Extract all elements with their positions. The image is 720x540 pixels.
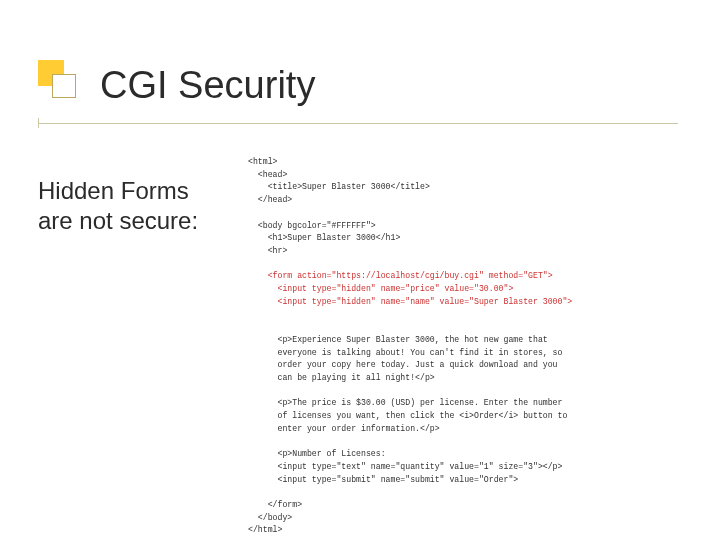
title-underline	[38, 123, 678, 124]
code-line: <p>Number of Licenses:	[248, 449, 386, 458]
code-line-highlight: <input type="hidden" name="name" value="…	[248, 297, 572, 306]
code-line: <hr>	[248, 246, 287, 255]
title-underline-tick	[38, 118, 39, 128]
code-line: </html>	[248, 525, 282, 534]
code-example: <html> <head> <title>Super Blaster 3000<…	[248, 156, 708, 537]
code-line: </head>	[248, 195, 292, 204]
code-line: </form>	[248, 500, 302, 509]
code-line: <p>Experience Super Blaster 3000, the ho…	[248, 335, 548, 344]
slide-title: CGI Security	[100, 64, 315, 107]
code-line: <title>Super Blaster 3000</title>	[248, 182, 430, 191]
code-line-highlight: <input type="hidden" name="price" value=…	[248, 284, 513, 293]
code-line: <h1>Super Blaster 3000</h1>	[248, 233, 400, 242]
code-line: <head>	[248, 170, 287, 179]
code-line: enter your order information.</p>	[248, 424, 440, 433]
code-line: </body>	[248, 513, 292, 522]
code-line: <html>	[248, 157, 277, 166]
code-line: can be playing it all night!</p>	[248, 373, 435, 382]
code-line: <input type="text" name="quantity" value…	[248, 462, 562, 471]
slide: CGI Security Hidden Forms are not secure…	[0, 0, 720, 540]
code-line: <body bgcolor="#FFFFFF">	[248, 221, 376, 230]
title-ornament	[38, 60, 72, 94]
code-line: <input type="submit" name="submit" value…	[248, 475, 518, 484]
code-line: order your copy here today. Just a quick…	[248, 360, 558, 369]
slide-subtitle: Hidden Forms are not secure:	[38, 176, 228, 236]
code-line-highlight: <form action="https://localhost/cgi/buy.…	[248, 271, 553, 280]
code-line: <p>The price is $30.00 (USD) per license…	[248, 398, 562, 407]
code-line: of licenses you want, then click the <i>…	[248, 411, 567, 420]
code-line: everyone is talking about! You can't fin…	[248, 348, 562, 357]
ornament-outline-box	[52, 74, 76, 98]
